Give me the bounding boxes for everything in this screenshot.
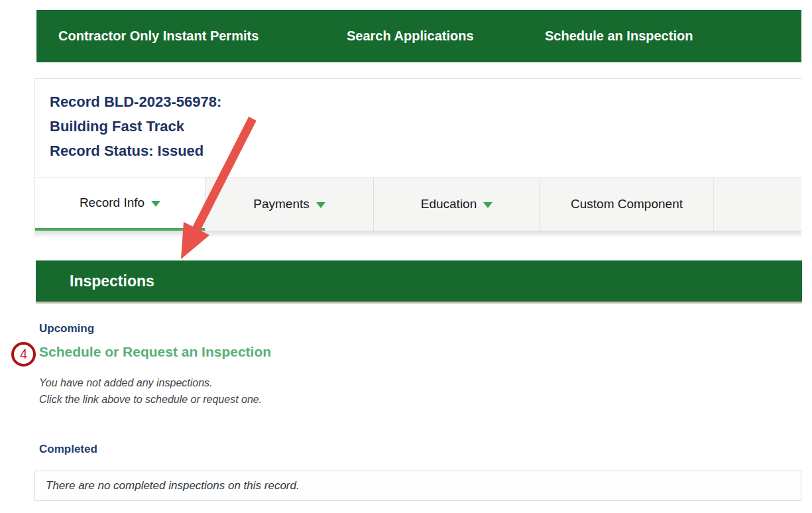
tab-custom-component[interactable]: Custom Component [540, 178, 713, 231]
inspections-section-header: Inspections [36, 260, 802, 302]
record-title: Record BLD-2023-56978: Building Fast Tra… [50, 89, 801, 163]
record-tab-bar: Record Info Payments Education Custom Co… [34, 177, 801, 231]
tab-bar-shadow [34, 231, 801, 237]
tab-education[interactable]: Education [373, 178, 540, 231]
record-type-line: Building Fast Track [50, 114, 801, 139]
tab-education-label: Education [421, 197, 477, 211]
completed-heading: Completed [39, 443, 97, 456]
nav-item-schedule-an-inspection[interactable]: Schedule an Inspection [545, 10, 693, 62]
red-arrow-annotation [0, 0, 812, 513]
tab-record-info-label: Record Info [80, 196, 145, 210]
tab-custom-component-label: Custom Component [571, 197, 683, 211]
record-header-panel: Record BLD-2023-56978: Building Fast Tra… [34, 78, 801, 177]
upcoming-empty-message-line1: You have not added any inspections. [39, 377, 213, 389]
inspections-section-title: Inspections [70, 272, 154, 290]
chevron-down-icon [151, 201, 160, 207]
completed-empty-message: There are no completed inspections on th… [46, 479, 300, 492]
completed-empty-panel: There are no completed inspections on th… [34, 471, 801, 501]
upcoming-empty-message-line2: Click the link above to schedule or requ… [39, 394, 262, 406]
tab-payments[interactable]: Payments [205, 178, 373, 231]
nav-item-contractor-only-instant-permits[interactable]: Contractor Only Instant Permits [58, 10, 259, 62]
nav-item-search-applications[interactable]: Search Applications [347, 10, 474, 62]
chevron-down-icon [316, 202, 325, 208]
top-nav-bar: Contractor Only Instant Permits Search A… [36, 10, 801, 62]
tab-record-info[interactable]: Record Info [35, 178, 205, 231]
upcoming-heading: Upcoming [39, 322, 94, 335]
record-number-line: Record BLD-2023-56978: [50, 89, 801, 114]
chevron-down-icon [483, 202, 493, 208]
record-status-line: Record Status: Issued [50, 139, 801, 163]
step-number-annotation: 4 [11, 342, 36, 367]
schedule-or-request-inspection-link[interactable]: Schedule or Request an Inspection [39, 344, 271, 360]
tab-payments-label: Payments [253, 197, 309, 211]
tab-bar-filler [713, 178, 801, 231]
step-number-label: 4 [20, 347, 27, 362]
